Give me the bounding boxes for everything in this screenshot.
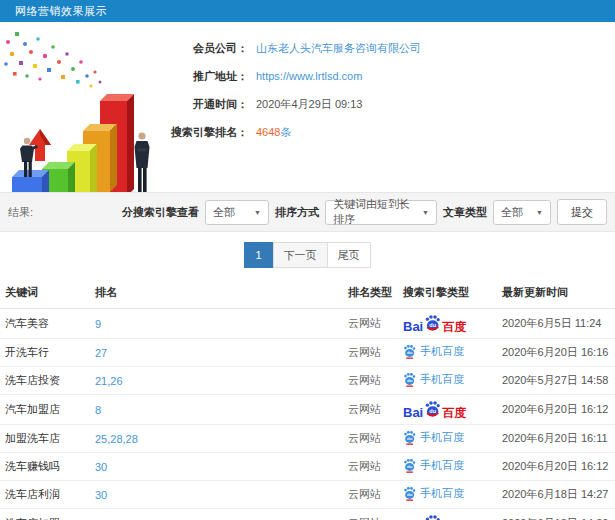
table-row: 加盟洗车店25,28,28云网站du手机百度2020年6月20日 16:11: [0, 425, 615, 453]
chevron-down-icon: ▼: [536, 209, 543, 216]
table-body: 汽车美容9云网站Baidu百度2020年6月5日 11:24开洗车行27云网站d…: [0, 309, 615, 520]
mobile-baidu-logo: du手机百度: [403, 486, 464, 501]
promo-url-row: 推广地址： https://www.lrtlsd.com: [170, 62, 590, 90]
rank-type-cell: 云网站: [343, 509, 398, 520]
engine-rank-label: 搜索引擎排名：: [170, 125, 248, 140]
open-time-row: 开通时间： 2020年4月29日 09:13: [170, 90, 590, 118]
engine-cell: du手机百度: [398, 339, 497, 367]
rank-link[interactable]: 9: [90, 309, 343, 339]
update-time-cell: 2020年6月20日 16:12: [497, 395, 615, 425]
member-info: 会员公司： 山东老人头汽车服务咨询有限公司 推广地址： https://www.…: [170, 34, 590, 146]
table-row: 汽车美容9云网站Baidu百度2020年6月5日 11:24: [0, 309, 615, 339]
sort-filter-label: 排序方式: [275, 205, 319, 220]
mobile-baidu-logo: du手机百度: [403, 458, 464, 473]
header-update-time: 最新更新时间: [497, 277, 615, 309]
mobile-baidu-logo: du手机百度: [403, 344, 464, 359]
engine-cell: du手机百度: [398, 453, 497, 481]
last-page-button[interactable]: 尾页: [327, 242, 371, 268]
table-row: 汽车加盟店8云网站Baidu百度2020年6月20日 16:12: [0, 395, 615, 425]
engine-cell: Baidu百度: [398, 309, 497, 339]
baidu-paw-icon: du: [424, 400, 441, 419]
keyword-cell: 洗车店利润: [0, 481, 90, 509]
header-engine-type: 搜索引擎类型: [398, 277, 497, 309]
result-label: 结果:: [8, 205, 33, 220]
promo-url-label: 推广地址：: [170, 69, 248, 84]
svg-text:du: du: [407, 492, 413, 497]
open-time-label: 开通时间：: [170, 97, 248, 112]
rank-type-cell: 云网站: [343, 453, 398, 481]
rank-link[interactable]: 8: [90, 395, 343, 425]
engine-filter-label: 分搜索引擎查看: [122, 205, 199, 220]
info-section: 会员公司： 山东老人头汽车服务咨询有限公司 推广地址： https://www.…: [0, 22, 615, 192]
rank-link[interactable]: 27: [90, 339, 343, 367]
keyword-cell: 加盟洗车店: [0, 425, 90, 453]
engine-cell: du手机百度: [398, 425, 497, 453]
engine-cell: du手机百度: [398, 367, 497, 395]
svg-text:du: du: [407, 378, 413, 383]
baidu-paw-icon: du: [424, 314, 441, 333]
submit-button[interactable]: 提交: [557, 199, 607, 225]
rank-link[interactable]: 30: [90, 481, 343, 509]
engine-cell: du手机百度: [398, 481, 497, 509]
update-time-cell: 2020年6月20日 16:12: [497, 453, 615, 481]
chevron-down-icon: ▼: [254, 209, 261, 216]
promo-url-link[interactable]: https://www.lrtlsd.com: [256, 70, 362, 82]
rank-type-cell: 云网站: [343, 395, 398, 425]
rank-type-cell: 云网站: [343, 309, 398, 339]
header-rank: 排名: [90, 277, 343, 309]
table-row: 开洗车行27云网站du手机百度2020年6月20日 16:16: [0, 339, 615, 367]
keyword-cell: 汽车美容: [0, 309, 90, 339]
table-row: 洗车店加盟3云网站Baidu百度2020年6月18日 14:30: [0, 509, 615, 520]
pagination: 1 下一页 尾页: [0, 242, 615, 268]
update-time-cell: 2020年6月18日 14:30: [497, 509, 615, 520]
page-title: 网络营销效果展示: [15, 5, 107, 17]
growth-bar-chart-illustration: [0, 24, 160, 192]
baidu-logo: Baidu百度: [403, 514, 466, 520]
next-page-button[interactable]: 下一页: [273, 242, 328, 268]
baidu-paw-icon: du: [403, 344, 416, 359]
table-row: 洗车赚钱吗30云网站du手机百度2020年6月20日 16:12: [0, 453, 615, 481]
page-title-bar: 网络营销效果展示: [0, 0, 615, 22]
baidu-paw-icon: du: [403, 486, 416, 501]
sort-filter-select[interactable]: 关键词由短到长排序 ▼: [325, 200, 437, 225]
engine-cell: Baidu百度: [398, 395, 497, 425]
member-company-row: 会员公司： 山东老人头汽车服务咨询有限公司: [170, 34, 590, 62]
rank-link[interactable]: 3: [90, 509, 343, 520]
table-header-row: 关键词 排名 排名类型 搜索引擎类型 最新更新时间: [0, 277, 615, 309]
engine-rank-unit: 条: [280, 126, 291, 138]
svg-text:du: du: [407, 464, 413, 469]
engine-rank-count: 4648: [256, 126, 280, 138]
filter-bar: 结果: 分搜索引擎查看 全部 ▼ 排序方式 关键词由短到长排序 ▼ 文章类型 全…: [0, 192, 615, 232]
header-keyword: 关键词: [0, 277, 90, 309]
chevron-down-icon: ▼: [422, 209, 429, 216]
table-row: 洗车店投资21,26云网站du手机百度2020年5月27日 14:58: [0, 367, 615, 395]
header-rank-type: 排名类型: [343, 277, 398, 309]
rank-link[interactable]: 25,28,28: [90, 425, 343, 453]
engine-filter-select[interactable]: 全部 ▼: [205, 200, 269, 225]
keyword-cell: 洗车店投资: [0, 367, 90, 395]
member-company-label: 会员公司：: [170, 41, 248, 56]
update-time-cell: 2020年5月27日 14:58: [497, 367, 615, 395]
engine-cell: Baidu百度: [398, 509, 497, 520]
page-1-button[interactable]: 1: [244, 242, 274, 268]
svg-text:du: du: [430, 408, 437, 414]
table-row: 洗车店利润30云网站du手机百度2020年6月18日 14:27: [0, 481, 615, 509]
update-time-cell: 2020年6月20日 16:11: [497, 425, 615, 453]
baidu-paw-icon: du: [424, 514, 441, 520]
businessman-right: [135, 132, 150, 192]
baidu-paw-icon: du: [403, 430, 416, 445]
update-time-cell: 2020年6月5日 11:24: [497, 309, 615, 339]
svg-text:du: du: [430, 322, 437, 328]
keyword-cell: 洗车赚钱吗: [0, 453, 90, 481]
article-type-select[interactable]: 全部 ▼: [493, 200, 551, 225]
rank-link[interactable]: 30: [90, 453, 343, 481]
confetti-dots: [4, 32, 101, 88]
rank-type-cell: 云网站: [343, 425, 398, 453]
ranking-table: 关键词 排名 排名类型 搜索引擎类型 最新更新时间 汽车美容9云网站Baidu百…: [0, 277, 615, 520]
member-company-link[interactable]: 山东老人头汽车服务咨询有限公司: [256, 41, 421, 56]
article-type-label: 文章类型: [443, 205, 487, 220]
rank-type-cell: 云网站: [343, 367, 398, 395]
rank-link[interactable]: 21,26: [90, 367, 343, 395]
svg-text:du: du: [407, 350, 413, 355]
keyword-cell: 洗车店加盟: [0, 509, 90, 520]
